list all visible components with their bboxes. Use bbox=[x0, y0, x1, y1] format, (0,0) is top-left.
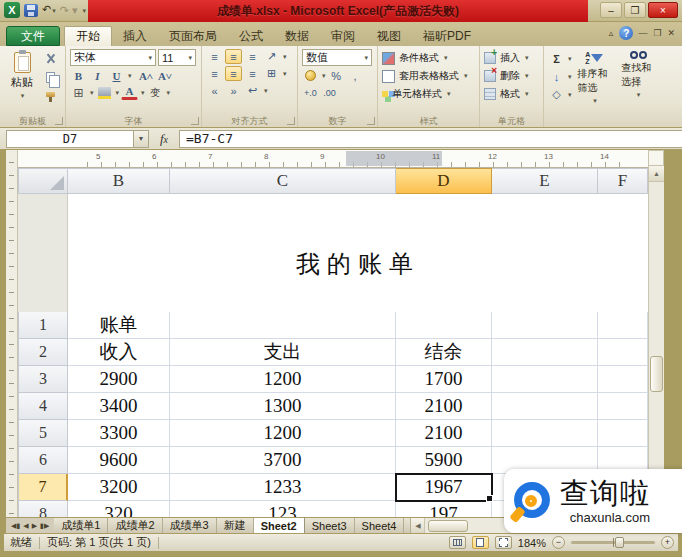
comma-button[interactable]: , bbox=[347, 68, 364, 83]
cell-D3[interactable]: 1700 bbox=[396, 366, 492, 393]
cell-C7[interactable]: 1233 bbox=[170, 474, 396, 501]
file-tab[interactable]: 文件 bbox=[6, 26, 60, 46]
first-sheet-icon[interactable]: ◀▮ bbox=[11, 522, 20, 530]
column-header-D[interactable]: D bbox=[396, 168, 492, 194]
scroll-left-icon[interactable]: ◀ bbox=[411, 518, 425, 533]
fill-color-button[interactable] bbox=[96, 85, 113, 100]
orientation-button[interactable]: ↗ bbox=[263, 49, 280, 64]
tab-福昕PDF[interactable]: 福昕PDF bbox=[412, 26, 482, 46]
underline-button[interactable]: U bbox=[108, 68, 125, 83]
column-header-F[interactable]: F bbox=[598, 168, 648, 194]
cell-B2[interactable]: 收入 bbox=[68, 339, 170, 366]
increase-indent-button[interactable]: » bbox=[225, 83, 242, 98]
cells-item-1[interactable]: 插入▾ bbox=[484, 51, 540, 65]
next-sheet-icon[interactable]: ▶ bbox=[32, 522, 37, 530]
sheet-tab-Sheet2[interactable]: Sheet2 bbox=[254, 518, 305, 533]
cell-F5[interactable] bbox=[598, 420, 648, 447]
autosum-button[interactable]: Σ bbox=[548, 51, 565, 66]
cell-F2[interactable] bbox=[598, 339, 648, 366]
sheet-tab-成绩单3[interactable]: 成绩单3 bbox=[163, 518, 217, 533]
insert-function-button[interactable]: fx bbox=[149, 131, 179, 147]
cell-B8[interactable]: 320 bbox=[68, 501, 170, 517]
tab-页面布局[interactable]: 页面布局 bbox=[158, 26, 228, 46]
last-sheet-icon[interactable]: ▮▶ bbox=[40, 522, 49, 530]
sheet-tab-成绩单2[interactable]: 成绩单2 bbox=[108, 518, 162, 533]
select-all-button[interactable] bbox=[18, 168, 68, 194]
prev-sheet-icon[interactable]: ◀ bbox=[23, 522, 28, 530]
zoom-level[interactable]: 184% bbox=[518, 537, 546, 549]
cell-C8[interactable]: 123 bbox=[170, 501, 396, 517]
clear-button[interactable]: ◇ bbox=[548, 87, 565, 102]
ribbon-collapse-icon[interactable]: ▵ bbox=[609, 28, 615, 38]
cut-button[interactable] bbox=[42, 51, 59, 66]
align-bottom-button[interactable]: ≡ bbox=[244, 49, 261, 64]
borders-button[interactable]: ⊞ bbox=[70, 85, 87, 100]
styles-item-1[interactable]: 条件格式▾ bbox=[382, 51, 476, 65]
cell-E2[interactable] bbox=[492, 339, 598, 366]
cell-C3[interactable]: 1200 bbox=[170, 366, 396, 393]
align-top-button[interactable]: ≡ bbox=[206, 49, 223, 64]
ruler-toggle-button[interactable] bbox=[648, 150, 664, 166]
cell-F4[interactable] bbox=[598, 393, 648, 420]
sheet-tab-新建[interactable]: 新建 bbox=[217, 518, 254, 533]
page-break-view-button[interactable] bbox=[495, 536, 512, 549]
zoom-slider[interactable] bbox=[571, 541, 655, 544]
number-format-select[interactable]: 数值▾ bbox=[302, 49, 372, 66]
normal-view-button[interactable] bbox=[449, 536, 466, 549]
grow-font-button[interactable]: A˄ bbox=[138, 68, 155, 83]
cell-F3[interactable] bbox=[598, 366, 648, 393]
cell-C5[interactable]: 1200 bbox=[170, 420, 396, 447]
undo-button[interactable]: ↶▾ bbox=[42, 2, 56, 18]
percent-button[interactable]: % bbox=[328, 68, 345, 83]
number-dialog-launcher[interactable] bbox=[367, 117, 375, 125]
merge-center-button[interactable]: ⊞ bbox=[263, 66, 280, 81]
cell-E4[interactable] bbox=[492, 393, 598, 420]
tab-公式[interactable]: 公式 bbox=[228, 26, 274, 46]
italic-button[interactable]: I bbox=[89, 68, 106, 83]
formula-input[interactable]: =B7-C7 bbox=[179, 130, 682, 148]
bold-button[interactable]: B bbox=[70, 68, 87, 83]
row-header-4[interactable]: 4 bbox=[18, 393, 68, 420]
styles-item-3[interactable]: 单元格样式▾ bbox=[382, 87, 476, 101]
row-header-6[interactable]: 6 bbox=[18, 447, 68, 474]
vertical-scrollbar[interactable]: ▲ bbox=[648, 166, 664, 517]
page-layout-view-button[interactable] bbox=[472, 536, 489, 549]
decrease-indent-button[interactable]: « bbox=[206, 83, 223, 98]
help-icon[interactable]: ? bbox=[619, 26, 633, 40]
row-header-7[interactable]: 7 bbox=[18, 474, 68, 501]
font-dialog-launcher[interactable] bbox=[191, 117, 199, 125]
cell-B3[interactable]: 2900 bbox=[68, 366, 170, 393]
font-color-button[interactable]: A bbox=[121, 85, 138, 100]
shrink-font-button[interactable]: A˅ bbox=[157, 68, 174, 83]
close-button[interactable]: × bbox=[648, 2, 678, 18]
cell-D7[interactable]: 1967 bbox=[396, 474, 492, 501]
copy-button[interactable] bbox=[42, 70, 59, 85]
align-middle-button[interactable]: ≡ bbox=[225, 49, 242, 64]
cell-E3[interactable] bbox=[492, 366, 598, 393]
tab-splitter[interactable] bbox=[404, 518, 411, 533]
tab-视图[interactable]: 视图 bbox=[366, 26, 412, 46]
cell-D4[interactable]: 2100 bbox=[396, 393, 492, 420]
tab-插入[interactable]: 插入 bbox=[112, 26, 158, 46]
format-painter-button[interactable] bbox=[42, 89, 59, 104]
phonetic-button[interactable]: 变 bbox=[147, 85, 164, 100]
sheet-tab-Sheet4[interactable]: Sheet4 bbox=[355, 518, 405, 533]
cell-D8[interactable]: 197 bbox=[396, 501, 492, 517]
cell-C6[interactable]: 3700 bbox=[170, 447, 396, 474]
accounting-format-button[interactable] bbox=[302, 68, 319, 83]
excel-app-icon[interactable]: X bbox=[4, 2, 20, 18]
row-header-3[interactable]: 3 bbox=[18, 366, 68, 393]
row-header-5[interactable]: 5 bbox=[18, 420, 68, 447]
cell-B6[interactable]: 9600 bbox=[68, 447, 170, 474]
alignment-dialog-launcher[interactable] bbox=[287, 117, 295, 125]
minimize-button[interactable]: – bbox=[600, 2, 622, 18]
cell-B5[interactable]: 3300 bbox=[68, 420, 170, 447]
row-header-8[interactable]: 8 bbox=[18, 501, 68, 517]
cell-D1[interactable] bbox=[396, 312, 492, 339]
sort-filter-button[interactable]: AZ 排序和筛选 ▾ bbox=[574, 49, 616, 107]
tab-数据[interactable]: 数据 bbox=[274, 26, 320, 46]
doc-close-icon[interactable]: ✕ bbox=[667, 28, 676, 38]
decrease-decimal-button[interactable]: .00 bbox=[321, 85, 338, 100]
qat-customize-button[interactable]: ▾ bbox=[82, 2, 87, 18]
paste-button[interactable]: 粘贴 ▾ bbox=[4, 49, 40, 103]
